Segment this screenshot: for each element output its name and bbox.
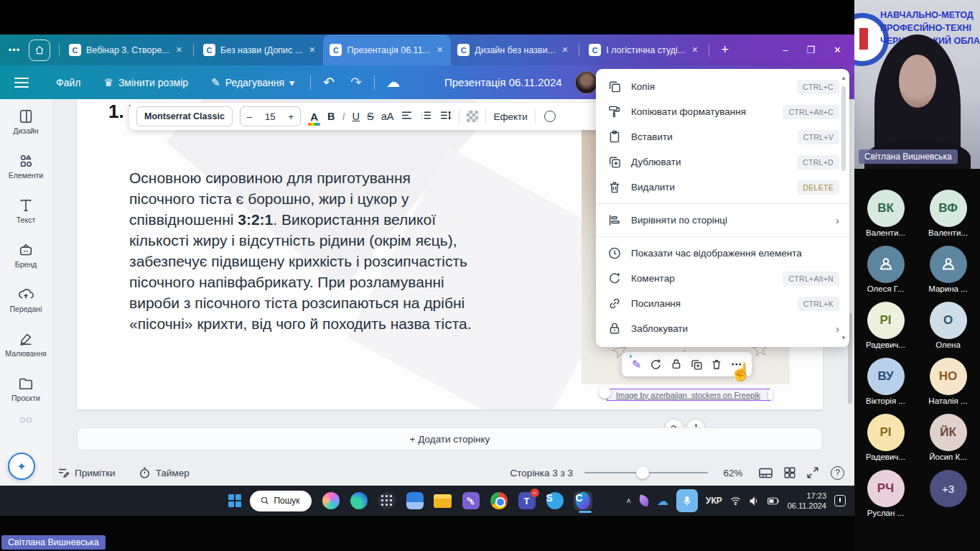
menu-scrollbar-thumb[interactable] bbox=[841, 86, 846, 171]
attribution-textbox[interactable]: Image by azerbaijan_stockers on Freepik bbox=[607, 389, 770, 401]
notification-center-icon[interactable] bbox=[834, 495, 846, 506]
italic-button[interactable]: I bbox=[342, 111, 345, 122]
taskbar-copilot-icon[interactable] bbox=[322, 491, 340, 510]
slide-paragraph[interactable]: Основною сировиною для приготування пісо… bbox=[129, 167, 472, 334]
tab-close-icon[interactable]: ✕ bbox=[560, 44, 569, 56]
sidebar-item-uploads[interactable]: Передані bbox=[0, 277, 52, 322]
new-tab-button[interactable]: + bbox=[712, 42, 737, 57]
notes-button[interactable]: Примітки bbox=[57, 467, 116, 479]
grid-view-button[interactable] bbox=[783, 466, 796, 479]
taskbar-viber-icon[interactable] bbox=[462, 491, 480, 510]
battery-icon[interactable] bbox=[767, 497, 780, 505]
taskbar-clock[interactable]: 17:23 06.11.2024 bbox=[788, 491, 826, 511]
browser-tab-presentation-active[interactable]: C Презентація 06.11... ✕ bbox=[323, 34, 451, 65]
menu-item-align-to-page[interactable]: Вирівняти по сторінці › bbox=[596, 208, 849, 233]
zoom-slider-thumb[interactable] bbox=[636, 466, 649, 479]
participant-tile[interactable]: ЙК Йосип К... bbox=[917, 405, 979, 461]
taskbar-skype-icon[interactable]: S bbox=[546, 491, 564, 510]
font-size-stepper[interactable]: – 15 + bbox=[240, 106, 301, 126]
font-size-increase[interactable]: + bbox=[282, 111, 301, 122]
home-button[interactable] bbox=[29, 40, 50, 61]
tab-close-icon[interactable]: ✕ bbox=[174, 44, 184, 56]
presenter-webcam-tile[interactable]: НАВЧАЛЬНО-МЕТОД ПРОФЕСІЙНО-ТЕХНІ ЧЕРНІВЕ… bbox=[854, 0, 980, 169]
fullscreen-button[interactable] bbox=[806, 466, 819, 479]
close-button[interactable]: ✕ bbox=[834, 45, 841, 55]
participant-tile[interactable]: ВУ Вікторія ... bbox=[854, 349, 917, 405]
comment-icon[interactable] bbox=[650, 358, 662, 371]
menu-item-show-timing[interactable]: Показати час відображення елемента bbox=[596, 241, 849, 266]
spacing-button[interactable] bbox=[439, 110, 452, 123]
taskbar-all-apps-icon[interactable] bbox=[378, 491, 396, 510]
taskbar-teams-icon[interactable]: T– bbox=[518, 491, 536, 510]
tab-close-icon[interactable]: ✕ bbox=[435, 44, 444, 56]
sidebar-item-elements[interactable]: Елементи bbox=[0, 144, 52, 188]
sidebar-item-apps-partial[interactable] bbox=[0, 411, 52, 430]
editing-menu[interactable]: ✎ Редагування ▾ bbox=[200, 76, 306, 89]
zoom-slider[interactable] bbox=[584, 468, 708, 478]
resize-button[interactable]: ♛ Змінити розмір bbox=[92, 76, 200, 89]
browser-tab-untitled-design[interactable]: C Дизайн без назви... ✕ bbox=[451, 34, 576, 65]
redo-button[interactable]: ↷ bbox=[342, 74, 370, 91]
lock-icon[interactable] bbox=[671, 358, 682, 370]
taskbar-chrome-icon[interactable] bbox=[490, 491, 508, 510]
start-button[interactable] bbox=[228, 494, 241, 507]
list-button[interactable] bbox=[420, 110, 432, 123]
strikethrough-button[interactable]: S bbox=[367, 111, 374, 122]
restore-button[interactable]: ❐ bbox=[806, 45, 815, 55]
timer-button[interactable]: Таймер bbox=[139, 467, 190, 479]
tray-expand-icon[interactable]: ˄ bbox=[627, 496, 631, 505]
hamburger-menu-icon[interactable] bbox=[14, 78, 29, 88]
menu-item-delete[interactable]: Видалити DELETE bbox=[596, 175, 849, 200]
menu-scrollbar[interactable]: ▲ ▼ bbox=[840, 75, 847, 341]
taskbar-explorer-icon[interactable] bbox=[434, 491, 452, 510]
participant-tile[interactable]: ВФ Валенти... bbox=[917, 181, 979, 237]
font-size-value[interactable]: 15 bbox=[258, 111, 281, 122]
text-case-button[interactable]: aA bbox=[381, 111, 394, 122]
browser-tab-webinar[interactable]: C Вебінар 3. Створе... ✕ bbox=[62, 34, 190, 65]
add-page-button[interactable]: + Додати сторінку bbox=[77, 427, 823, 450]
animate-icon-partial[interactable] bbox=[544, 111, 556, 122]
participant-tile[interactable]: Марина ... bbox=[917, 237, 979, 293]
transparency-icon[interactable] bbox=[467, 111, 478, 122]
alignment-button[interactable] bbox=[401, 110, 413, 123]
browser-tab-logistics[interactable]: C І логістична студі... ✕ bbox=[582, 34, 706, 65]
effects-button[interactable]: Ефекти bbox=[493, 111, 527, 122]
participant-tile[interactable]: О Олена bbox=[917, 293, 979, 349]
menu-item-copy[interactable]: Копія CTRL+C bbox=[596, 74, 849, 99]
microphone-active-icon[interactable] bbox=[676, 489, 698, 512]
taskbar-calendar-icon[interactable] bbox=[406, 491, 424, 510]
sidebar-item-draw[interactable]: Малювання bbox=[0, 322, 52, 366]
menu-item-link[interactable]: Посилання CTRL+K bbox=[596, 291, 849, 316]
help-button[interactable]: ? bbox=[831, 466, 844, 480]
document-title[interactable]: Презентація 06.11.2024 bbox=[444, 76, 562, 88]
tab-close-icon[interactable]: ✕ bbox=[690, 44, 699, 56]
minimize-button[interactable]: – bbox=[783, 45, 788, 55]
taskbar-edge-icon[interactable] bbox=[350, 491, 368, 510]
font-size-decrease[interactable]: – bbox=[241, 111, 258, 122]
user-avatar[interactable] bbox=[575, 71, 598, 94]
underline-button[interactable]: U bbox=[353, 111, 360, 122]
sidebar-item-brand[interactable]: Бренд bbox=[0, 233, 52, 277]
menu-item-duplicate[interactable]: Дублювати CTRL+D bbox=[596, 149, 849, 175]
text-color-button[interactable]: A bbox=[308, 111, 320, 123]
participant-overflow-tile[interactable]: +3 bbox=[917, 461, 979, 517]
menu-item-lock[interactable]: Заблокувати › bbox=[596, 316, 849, 341]
participant-tile[interactable]: Олеся Г... bbox=[854, 237, 917, 293]
tray-feather-icon[interactable] bbox=[638, 494, 650, 506]
language-indicator[interactable]: УКР bbox=[706, 496, 722, 506]
selection-handle[interactable] bbox=[599, 386, 611, 399]
selection-handle[interactable] bbox=[768, 389, 773, 400]
trash-icon[interactable] bbox=[711, 358, 722, 370]
sidebar-item-design[interactable]: Дизайн bbox=[0, 99, 52, 144]
magic-edit-icon[interactable]: ✎✦ bbox=[632, 358, 641, 371]
participant-tile[interactable]: РІ Радевич... bbox=[854, 293, 917, 349]
duplicate-icon[interactable] bbox=[691, 358, 703, 371]
menu-item-comment[interactable]: Коментар CTRL+Alt+N bbox=[596, 266, 849, 291]
participant-tile[interactable]: РІ Радевич... bbox=[854, 405, 917, 461]
browser-overflow-menu[interactable]: ••• bbox=[0, 45, 29, 55]
bold-button[interactable]: B bbox=[327, 111, 335, 122]
file-menu[interactable]: Файл bbox=[45, 77, 92, 88]
onedrive-icon[interactable]: ☁ bbox=[657, 494, 668, 508]
wifi-icon[interactable] bbox=[730, 496, 741, 505]
taskbar-canva-icon-active[interactable]: C bbox=[574, 491, 592, 510]
